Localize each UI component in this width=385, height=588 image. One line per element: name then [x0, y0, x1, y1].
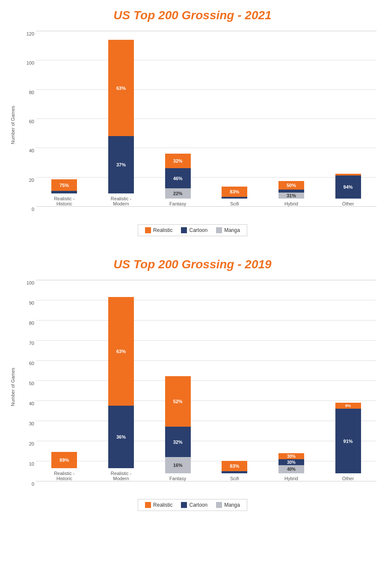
bar-navy-scifi-2021 — [222, 197, 247, 199]
stacked-bar-hybrid-2019: 40% 30% 30% — [278, 453, 304, 473]
grid-0: 0 — [36, 206, 376, 212]
bar-navy-other-2019: 91% — [335, 409, 361, 473]
bar-label-navy-fantasy-2019: 32% — [173, 440, 183, 445]
bar-gray-fantasy-2019: 16% — [165, 457, 191, 473]
bar-label-navy-fantasy-2021: 46% — [173, 176, 183, 181]
bar-label-gray-hybrid-2019: 40% — [287, 467, 296, 472]
bar-orange-fantasy-2019: 52% — [165, 376, 191, 427]
bar-group-rm-2019: 36% 63% Realistic - Modern — [104, 297, 138, 481]
bar-label-orange-rh-2019: 89% — [59, 457, 69, 463]
bar-label-navy-rm-2019: 36% — [116, 434, 126, 440]
stacked-bar-other-2019: 91% 9% — [335, 403, 361, 473]
bar-label-orange-fantasy-2021: 32% — [173, 158, 183, 163]
bar-navy-scifi-2019 — [222, 471, 247, 473]
bar-navy-realistic-historic-2021 — [51, 191, 77, 193]
bar-label-orange-hybrid-2019: 30% — [287, 454, 296, 459]
legend-box-cartoon-2021 — [181, 227, 187, 233]
stacked-bar-realistic-historic-2021: 75% — [51, 179, 77, 193]
bar-label-orange-fantasy-2019: 52% — [173, 399, 183, 404]
bar-label-navy-other-2019: 91% — [344, 439, 353, 444]
bar-label-orange-hybrid-2021: 50% — [287, 183, 296, 188]
chart-2021-title-text: US Top 200 Grossing - — [113, 9, 245, 22]
legend-label-cartoon-2019: Cartoon — [189, 502, 207, 508]
x-label-fantasy-2019: Fantasy — [161, 476, 195, 481]
legend-2019: Realistic Cartoon Manga — [138, 499, 247, 511]
bar-orange-other-2021 — [335, 174, 361, 175]
bar-group-other-2019: 91% 9% Other — [331, 403, 365, 481]
bar-label-orange-scifi-2021: 83% — [230, 189, 239, 194]
x-label-rm-2021: Realistic - Modern — [104, 196, 138, 206]
bar-orange-realistic-historic-2021: 75% — [51, 179, 77, 191]
x-label-hybrid-2019: Hybrid — [274, 476, 308, 481]
legend-label-manga-2021: Manga — [224, 227, 240, 233]
bar-label-navy-hybrid-2019: 30% — [287, 460, 296, 465]
chart-2019-inner: 100 90 80 70 60 50 — [19, 280, 376, 494]
bar-group-fantasy-2021: 22% 46% 32% Fantasy — [161, 154, 195, 206]
legend-item-realistic-2021: Realistic — [145, 227, 172, 233]
bar-orange-hybrid-2021: 50% — [278, 181, 304, 190]
stacked-bar-hybrid-2021: 31% 50% — [278, 181, 304, 199]
bar-label-orange-rh-2021: 75% — [59, 183, 69, 188]
chart-2019-title: US Top 200 Grossing - 2019 — [9, 258, 376, 271]
bar-gray-fantasy-2021: 22% — [165, 188, 191, 199]
x-label-hybrid-2021: Hybrid — [274, 201, 308, 206]
bar-orange-rh-2019: 89% — [51, 452, 77, 468]
x-label-scifi-2019: Scifi — [217, 476, 252, 481]
bar-navy-rm-2021: 37% — [108, 136, 134, 193]
y-axis-label-2019: Number of Games — [9, 280, 17, 494]
bar-group-hybrid-2019: 40% 30% 30% Hybrid — [274, 453, 308, 481]
x-label-rm-2019: Realistic - Modern — [104, 471, 138, 481]
legend-item-manga-2019: Manga — [216, 502, 240, 508]
legend-label-manga-2019: Manga — [224, 502, 240, 508]
bar-label-navy-rm-2021: 37% — [116, 162, 126, 167]
bar-orange-rm-2019: 63% — [108, 297, 134, 406]
bar-orange-fantasy-2021: 32% — [165, 154, 191, 168]
x-label-fantasy-2021: Fantasy — [161, 201, 195, 206]
y-axis-label-2021: Number of Games — [9, 31, 17, 219]
chart-2021-area: Number of Games 120 100 80 — [9, 31, 376, 219]
bar-navy-rm-2019: 36% — [108, 406, 134, 468]
legend-item-manga-2021: Manga — [216, 227, 240, 233]
x-label-other-2019: Other — [331, 476, 365, 481]
legend-2021: Realistic Cartoon Manga — [138, 224, 247, 236]
stacked-bar-scifi-2019: 83% — [222, 461, 247, 473]
bar-group-rh-2019: 89% Realistic - Historic — [47, 452, 81, 481]
chart-2019-year: 2019 — [245, 258, 271, 271]
bar-group-other-2021: 94% Other — [331, 174, 365, 206]
bar-group-hybrid-2021: 31% 50% Hybrid — [274, 181, 308, 206]
bar-label-orange-other-2019: 9% — [345, 404, 351, 408]
x-label-rh-2021: Realistic - Historic — [47, 196, 81, 206]
bar-label-gray-hybrid-2021: 31% — [287, 193, 296, 198]
bar-gray-hybrid-2021: 31% — [278, 193, 304, 199]
legend-item-realistic-2019: Realistic — [145, 502, 172, 508]
bar-orange-scifi-2019: 83% — [222, 461, 247, 471]
chart-2021-year: 2021 — [245, 9, 271, 22]
bar-orange-hybrid-2019: 30% — [278, 453, 304, 459]
chart-2019-area: Number of Games 100 90 80 70 — [9, 280, 376, 494]
bar-group-scifi-2019: 83% Scifi — [217, 461, 252, 481]
bar-navy-fantasy-2019: 32% — [165, 427, 191, 457]
bar-orange-other-2019: 9% — [335, 403, 361, 409]
stacked-bar-fantasy-2021: 22% 46% 32% — [165, 154, 191, 199]
bar-navy-other-2021: 94% — [335, 175, 361, 199]
bar-group-fantasy-2019: 16% 32% 52% Fantasy — [161, 376, 195, 481]
stacked-bar-rh-2019: 89% — [51, 452, 77, 468]
chart-2021-title: US Top 200 Grossing - 2021 — [9, 9, 376, 22]
chart-2021: US Top 200 Grossing - 2021 Number of Gam… — [9, 9, 376, 245]
legend-item-cartoon-2021: Cartoon — [181, 227, 207, 233]
bar-navy-hybrid-2019: 30% — [278, 459, 304, 465]
bar-label-navy-other-2021: 94% — [344, 184, 353, 190]
legend-item-cartoon-2019: Cartoon — [181, 502, 207, 508]
bars-2021: 75% Realistic - Historic 37% 63% — [36, 31, 376, 206]
bar-navy-hybrid-2021 — [278, 190, 304, 193]
bar-navy-fantasy-2021: 46% — [165, 168, 191, 188]
chart-2019-title-text: US Top 200 Grossing - — [113, 258, 245, 271]
grid-0-2019: 0 — [36, 481, 376, 487]
bar-group-realistic-modern-2021: 37% 63% Realistic - Modern — [104, 40, 138, 206]
bar-label-orange-scifi-2019: 83% — [230, 463, 239, 469]
legend-box-cartoon-2019 — [181, 502, 187, 508]
stacked-bar-other-2021: 94% — [335, 174, 361, 199]
stacked-bar-fantasy-2019: 16% 32% 52% — [165, 376, 191, 473]
x-label-other-2021: Other — [331, 201, 365, 206]
bar-label-orange-rm-2019: 63% — [116, 349, 126, 354]
